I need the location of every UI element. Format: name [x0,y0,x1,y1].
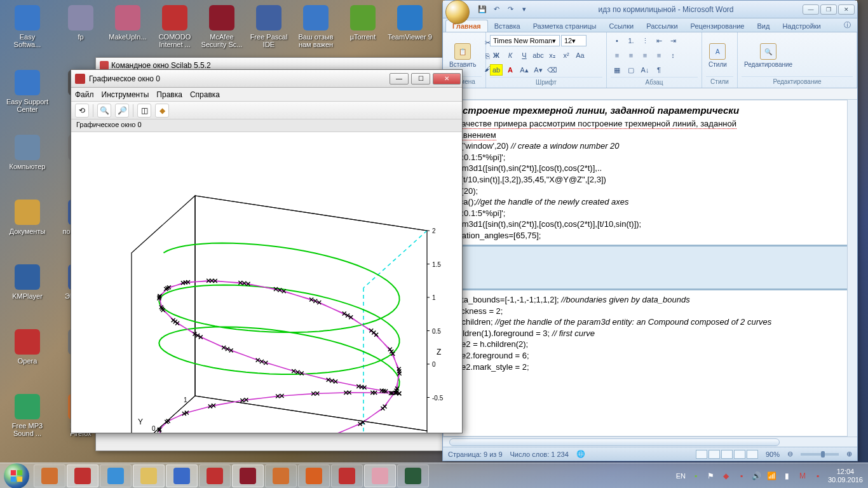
font-name-select[interactable]: Times New Roman ▾ [490,35,560,46]
zoom-in-icon[interactable]: 🔍 [97,104,111,118]
tray-battery-icon[interactable]: ▮ [782,471,792,481]
superscript-button[interactable]: x² [560,50,573,61]
numbering-button[interactable]: 1. [625,35,637,46]
status-page[interactable]: Страница: 9 из 9 [448,451,503,458]
multilevel-button[interactable]: ⋮ [639,35,651,46]
italic-button[interactable]: К [504,50,517,61]
bold-button[interactable]: Ж [490,50,503,61]
desktop-icon[interactable]: µTorrent [341,5,385,41]
taskbar-item[interactable] [100,464,132,487]
view-draft[interactable] [747,450,758,459]
ribbon-tab[interactable]: Рецензирование [684,20,751,32]
object-icon[interactable]: ◆ [155,104,169,118]
desktop-icon[interactable]: MakeUpIn... [105,5,150,41]
view-print-layout[interactable] [696,450,707,459]
ribbon-tab[interactable]: Разметка страницы [527,20,603,32]
desktop-icon[interactable]: COMODO Internet ... [153,5,197,48]
zoom-slider-thumb[interactable] [821,451,825,458]
maximize-button[interactable]: ☐ [411,73,430,85]
tray-volume-icon[interactable]: 🔊 [752,471,762,481]
tray-pdf-icon[interactable]: ▪ [813,471,823,481]
taskbar-item[interactable] [364,464,396,487]
tray-flag-icon[interactable]: ⚑ [706,471,716,481]
status-words[interactable]: Число слов: 1 234 [510,451,569,458]
clear-format-button[interactable]: ⌫ [546,64,559,76]
taskbar-item[interactable] [166,464,198,487]
word-vertical-scrollbar[interactable] [847,100,857,437]
word-ruler[interactable] [443,88,857,100]
word-restore-button[interactable]: ❐ [820,4,837,15]
tray-shield-icon[interactable]: ◆ [721,471,731,481]
show-marks-button[interactable]: ¶ [653,64,665,76]
underline-button[interactable]: Ч [518,50,531,61]
desktop-icon[interactable]: TeamViewer 9 [388,5,432,41]
line-spacing-button[interactable]: ↕ [667,50,679,61]
qat-dropdown-icon[interactable]: ▾ [519,4,529,15]
bullets-button[interactable]: • [611,35,623,46]
desktop-icon[interactable]: Free MP3 Sound ... [5,394,50,437]
editing-button[interactable]: 🔍Редактирование [742,42,795,69]
font-size-select[interactable]: 12 ▾ [561,35,587,46]
close-button[interactable]: ✕ [433,73,461,85]
desktop-icon[interactable]: Документы [5,200,50,235]
tray-nvidia-icon[interactable]: ▪ [691,471,701,481]
tray-clock[interactable]: 12:04 30.09.2016 [828,468,863,483]
taskbar-item[interactable] [199,464,231,487]
tray-lang[interactable]: EN [676,472,686,480]
zoom-out-button[interactable]: ⊖ [787,450,793,458]
word-horizontal-scrollbar[interactable] [443,437,857,447]
align-left-button[interactable]: ≡ [611,50,623,61]
desktop-icon[interactable]: McAfee Security Sc... [200,5,244,48]
tray-comodo-icon[interactable]: ▪ [736,471,747,481]
ribbon-tab[interactable]: Надстройки [776,20,827,32]
change-case-button[interactable]: Aa [574,50,587,61]
view-outline[interactable] [734,450,745,459]
tray-mcafee-icon[interactable]: M [797,471,808,481]
word-close-button[interactable]: ✕ [838,4,855,15]
scilab-gfx-canvas[interactable]: 10.80.60.40.20-0.2-0.4-0.6-0.8-1 -101 -0… [71,132,462,433]
scilab-graphics-window[interactable]: Графическое окно 0 — ☐ ✕ Файл Инструмент… [71,69,463,433]
subscript-button[interactable]: x₂ [546,50,559,61]
word-window[interactable]: 💾 ↶ ↷ ▾ идз по кормилицыной - Microsoft … [442,0,858,461]
desktop-icon[interactable]: fp [58,5,103,41]
taskbar-item[interactable] [298,464,330,487]
redo-icon[interactable]: ↷ [505,4,515,15]
hscroll-thumb[interactable] [449,438,780,446]
indent-dec-button[interactable]: ⇤ [653,35,665,46]
desktop-icon[interactable]: Free Pascal IDE [247,5,291,48]
office-orb-button[interactable] [445,0,470,24]
menu-file[interactable]: Файл [75,90,94,99]
ribbon-tab[interactable]: Ссылки [602,20,640,32]
desktop-icon[interactable]: Easy Softwa... [5,5,50,48]
scilab-gfx-tab[interactable]: Графическое окно 0 [76,121,142,128]
view-full-screen[interactable] [709,450,720,459]
word-titlebar[interactable]: 💾 ↶ ↷ ▾ идз по кормилицыной - Microsoft … [443,1,857,18]
zoom-in-button[interactable]: ⊕ [846,450,852,458]
justify-button[interactable]: ≡ [653,50,665,61]
taskbar-item[interactable] [232,464,264,487]
word-minimize-button[interactable]: — [803,4,819,15]
highlight-button[interactable]: ab [490,64,503,76]
tray-network-icon[interactable]: 📶 [767,471,777,481]
save-icon[interactable]: 💾 [477,4,487,15]
taskbar-item[interactable] [397,464,429,487]
shading-button[interactable]: ▦ [611,64,623,76]
paste-button[interactable]: 📋 Вставить [447,42,478,69]
ribbon-tab[interactable]: Вид [751,20,776,32]
minimize-button[interactable]: — [390,73,409,85]
menu-tools[interactable]: Инструменты [102,90,149,99]
borders-button[interactable]: ▢ [625,64,637,76]
zoom-slider[interactable] [801,453,839,456]
view-web-layout[interactable] [721,450,733,459]
font-color-button[interactable]: A [504,64,517,76]
start-button[interactable] [4,463,29,489]
desktop-icon[interactable]: Компьютер [5,135,50,170]
taskbar-item[interactable] [34,464,65,487]
ribbon-tab[interactable]: Вставка [488,20,527,32]
taskbar-item[interactable] [67,464,98,487]
align-right-button[interactable]: ≡ [639,50,651,61]
indent-inc-button[interactable]: ⇥ [667,35,679,46]
zoom-level[interactable]: 90% [766,451,780,458]
rotate-icon[interactable]: ⟲ [75,104,89,118]
status-lang-icon[interactable]: 🌐 [576,450,585,458]
